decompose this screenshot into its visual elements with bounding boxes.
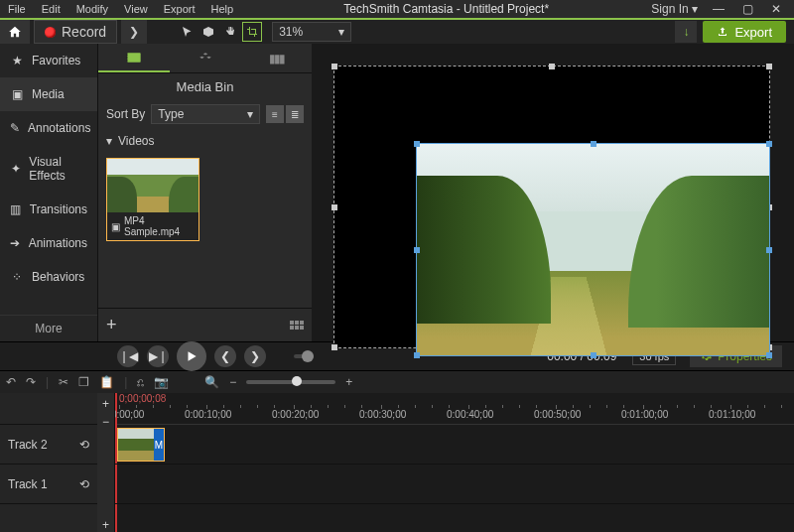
behavior-icon: ⁘ [10,270,24,284]
window-title: TechSmith Camtasia - Untitled Project* [241,2,651,16]
minimize-icon[interactable]: ― [710,2,728,16]
clip-name: MP4 Sample.mp4 [124,215,195,237]
view-grid-button[interactable] [290,321,304,330]
prev-frame-button[interactable]: ❘◀ [117,345,139,367]
chevron-down-icon: ▾ [247,107,253,121]
track-2-header[interactable]: Track 2⟲ [0,425,97,465]
play-button[interactable] [177,341,206,371]
books-icon: ▮▮▮ [269,52,284,66]
record-label: Record [62,24,106,40]
sidebar-item-favorites[interactable]: ★Favorites [0,44,97,77]
tool-sidebar: ★Favorites ▣Media ✎Annotations ✦Visual E… [0,44,97,341]
timeline-body[interactable]: 0;00;00;08 0:00:00;000:00:10;000:00:20;0… [115,393,794,532]
scrub-slider[interactable] [294,354,314,358]
sidebar-item-animations[interactable]: ➔Animations [0,226,97,260]
home-icon [8,25,22,39]
menu-modify[interactable]: Modify [68,3,116,15]
record-icon [45,27,56,38]
svg-rect-3 [126,60,127,61]
upload-icon [717,26,728,38]
timecode: 0;00;00;08 [119,393,166,404]
canvas[interactable] [312,44,794,341]
cube-tool[interactable] [198,22,218,42]
add-track-button[interactable]: + [102,518,109,532]
svg-rect-0 [127,53,140,62]
hand-tool[interactable] [220,22,240,42]
close-icon[interactable]: ✕ [768,2,784,16]
media-clip[interactable]: ▣MP4 Sample.mp4 [106,158,199,241]
timeline-ruler[interactable]: 0;00;00;08 0:00:00;000:00:10;000:00:20;0… [115,393,794,425]
export-button[interactable]: Export [703,21,786,43]
videos-section[interactable]: ▾Videos [98,128,312,154]
link-icon[interactable]: ⟲ [79,438,89,452]
clip-label: M [154,429,164,461]
transition-icon: ▥ [10,202,22,216]
screenshot-button[interactable]: 📷 [154,375,169,389]
zoom-select[interactable]: 31%▾ [272,22,351,42]
add-media-button[interactable]: + [106,315,117,335]
home-button[interactable] [0,20,30,44]
track-1-lane[interactable] [115,465,794,504]
media-tab-clips[interactable] [98,44,170,72]
svg-rect-1 [126,54,127,55]
sidebar-item-annotations[interactable]: ✎Annotations [0,111,97,145]
view-list-button[interactable]: ≡ [266,105,284,123]
timeline-clip[interactable]: M [117,428,165,462]
menu-view[interactable]: View [116,3,156,15]
caret-down-icon: ▾ [106,134,112,148]
link-icon[interactable]: ⟲ [79,477,89,491]
export-label: Export [734,25,772,40]
undo-button[interactable]: ↶ [6,375,16,389]
redo-button[interactable]: ↷ [26,375,36,389]
sidebar-item-behaviors[interactable]: ⁘Behaviors [0,260,97,294]
svg-rect-2 [126,57,127,58]
annotation-icon: ✎ [10,121,20,135]
chevron-right-icon: ❯ [129,25,139,39]
step-fwd-button[interactable]: ❯ [244,345,266,367]
menu-edit[interactable]: Edit [34,3,68,15]
crop-tool[interactable] [242,22,262,42]
cursor-tool[interactable] [177,22,197,42]
sidebar-more[interactable]: More [0,315,97,341]
copy-button[interactable]: ❐ [78,375,89,389]
maximize-icon[interactable]: ▢ [739,2,756,16]
record-next-button[interactable]: ❯ [121,20,147,44]
video-preview [417,144,769,355]
timeline-zoom-slider[interactable] [246,380,335,384]
selected-clip-box[interactable] [416,143,770,356]
zoom-tool-icon: 🔍 [204,375,219,389]
film-icon [126,52,142,64]
menu-file[interactable]: File [0,3,34,15]
media-icon: ▣ [10,87,24,101]
paste-button[interactable]: 📋 [99,375,114,389]
sidebar-item-media[interactable]: ▣Media [0,77,97,111]
media-tab-books[interactable]: ▮▮▮ [240,44,312,72]
record-button[interactable]: Record [34,20,117,44]
chevron-down-icon: ▾ [338,25,344,39]
track-1-header[interactable]: Track 1⟲ [0,465,97,504]
split-button[interactable]: ⎌ [137,375,144,389]
menu-help[interactable]: Help [203,3,242,15]
clip-preview [118,429,154,461]
add-marker-button[interactable]: + [102,397,109,411]
download-button[interactable]: ↓ [675,21,697,43]
zoom-value: 31% [279,25,303,39]
track-2-lane[interactable]: M [115,425,794,465]
animation-icon: ➔ [10,236,21,250]
sidebar-item-transitions[interactable]: ▥Transitions [0,193,97,226]
view-details-button[interactable]: ≣ [286,105,304,123]
step-back-button[interactable]: ❮ [214,345,236,367]
remove-marker-button[interactable]: − [102,415,109,429]
clip-thumbnail [107,159,198,212]
zoom-out-button[interactable]: − [229,375,236,389]
sortby-label: Sort By [106,107,145,121]
sign-in[interactable]: Sign In ▾ [651,2,698,16]
next-frame-button[interactable]: ▶❘ [147,345,169,367]
menu-export[interactable]: Export [156,3,203,15]
zoom-in-button[interactable]: + [345,375,352,389]
cut-button[interactable]: ✂ [59,375,68,389]
media-tab-library[interactable] [170,44,241,72]
star-icon: ★ [10,54,24,67]
sidebar-item-visual-effects[interactable]: ✦Visual Effects [0,145,97,193]
sort-select[interactable]: Type▾ [151,104,260,124]
